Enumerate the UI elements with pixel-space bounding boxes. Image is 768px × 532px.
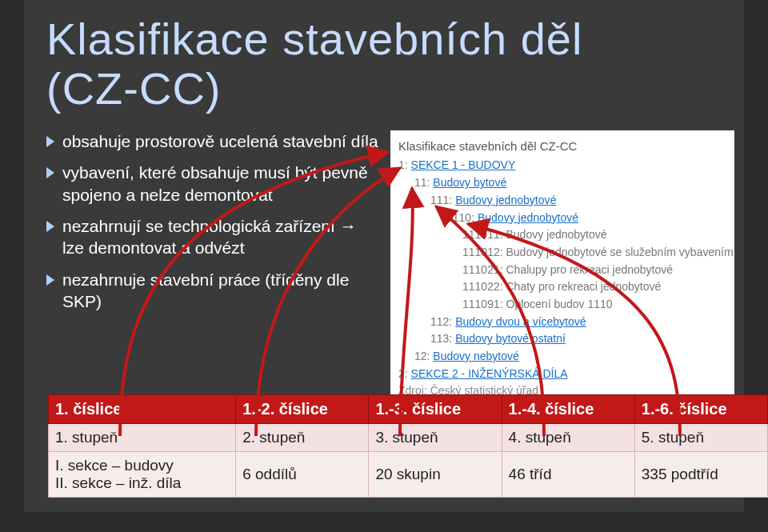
cell-line: I. sekce – budovy (55, 457, 229, 474)
tree-num: 1: (398, 158, 408, 171)
td: 335 podtříd (634, 452, 767, 498)
level-table: 1. číslice 1.-2. číslice 1.-3. číslice 1… (48, 394, 768, 498)
th: 1.-2. číslice (236, 395, 369, 424)
tree-num: 112: (430, 315, 452, 328)
tree-link[interactable]: Budovy nebytové (433, 350, 518, 362)
tree-leaf: 111011: Budovy jednobytové (462, 226, 734, 244)
tree-num: 111: (430, 194, 452, 206)
cell-line: II. sekce – inž. díla (55, 474, 229, 492)
table-row: 1. stupeň 2. stupeň 3. stupeň 4. stupeň … (49, 424, 768, 452)
tree-num: 2: (398, 367, 408, 380)
td: 3. stupeň (369, 424, 502, 452)
td: 2. stupeň (236, 424, 369, 452)
tree-leaf: 111012: Budovy jednobytové se služebním … (462, 244, 734, 262)
tree-link[interactable]: Budovy dvou a vícebytové (455, 315, 586, 328)
td: 1. stupeň (49, 424, 236, 452)
td: 4. stupeň (502, 424, 634, 452)
bullet-triangle-icon (46, 136, 54, 147)
bullet-text: obsahuje prostorově ucelená stavební díl… (62, 130, 378, 152)
td: 6 oddílů (236, 452, 369, 498)
tree-num: 113: (430, 332, 452, 345)
list-item: vybavení, které obsahuje musí být pevně … (46, 162, 382, 206)
bullet-list: obsahuje prostorově ucelená stavební díl… (46, 130, 382, 405)
page-title: Klasifikace stavebních děl (CZ-CC) (46, 14, 744, 113)
tree-num: 12: (414, 350, 430, 362)
tree-heading: Klasifikace stavebních děl CZ-CC (398, 137, 734, 155)
tree-link[interactable]: Budovy jednobytové (455, 194, 556, 206)
tree-leaf: 111091: Oplocení budov 1110 (462, 296, 734, 314)
list-item: obsahuje prostorově ucelená stavební díl… (46, 130, 382, 152)
bullet-triangle-icon (46, 221, 54, 232)
tree-link[interactable]: SEKCE 1 - BUDOVY (411, 158, 516, 171)
classification-tree: Klasifikace stavebních děl CZ-CC 1: SEKC… (390, 130, 734, 405)
bullet-text: nezahrnuje stavební práce (tříděny dle S… (62, 269, 382, 313)
tree-link[interactable]: Budovy jednobytové (478, 211, 578, 224)
list-item: nezahrnují se technologická zařízení → l… (46, 215, 382, 259)
table-row: I. sekce – budovy II. sekce – inž. díla … (49, 452, 768, 498)
bullet-triangle-icon (46, 274, 54, 286)
tree-num: 11: (414, 176, 430, 189)
td: 5. stupeň (634, 424, 767, 452)
tree-link[interactable]: Budovy bytové (433, 176, 506, 189)
th: 1.-3. číslice (369, 395, 502, 424)
tree-leaf: 111022: Chaty pro rekreaci jednobytové (462, 278, 734, 296)
tree-leaf: 111021: Chalupy pro rekreaci jednobytové (462, 262, 734, 279)
tree-link[interactable]: Budovy bytové ostatní (455, 332, 566, 345)
tree-link[interactable]: SEKCE 2 - INŽENÝRSKÁ DÍLA (411, 367, 568, 380)
tree-num: 1110: (446, 211, 474, 224)
td: I. sekce – budovy II. sekce – inž. díla (49, 452, 236, 498)
th: 1.-4. číslice (502, 395, 634, 424)
bullet-text: nezahrnují se technologická zařízení → l… (62, 215, 382, 259)
th: 1.-6. číslice (634, 395, 767, 424)
th: 1. číslice (49, 395, 236, 424)
td: 46 tříd (502, 452, 634, 498)
table-header-row: 1. číslice 1.-2. číslice 1.-3. číslice 1… (49, 395, 768, 424)
td: 20 skupin (369, 452, 502, 498)
title-line1: Klasifikace stavebních děl (46, 14, 582, 64)
title-line2: (CZ-CC) (46, 63, 221, 114)
bullet-triangle-icon (46, 167, 54, 178)
list-item: nezahrnuje stavební práce (tříděny dle S… (46, 269, 382, 313)
bullet-text: vybavení, které obsahuje musí být pevně … (62, 162, 382, 206)
